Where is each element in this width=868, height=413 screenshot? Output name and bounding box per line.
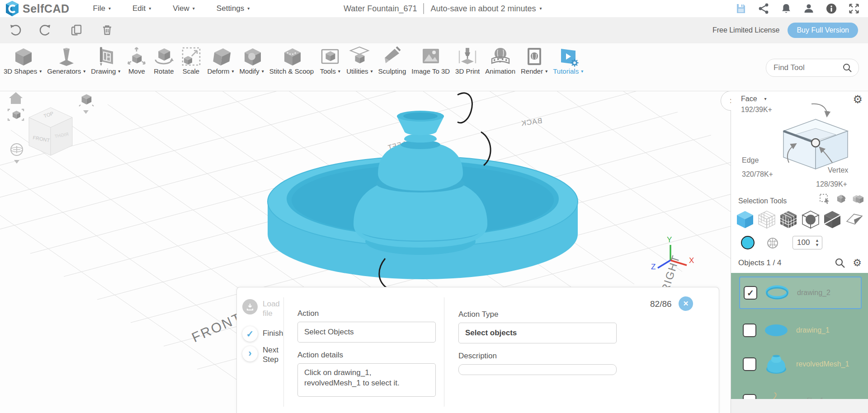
object-row-revolvedmesh-1[interactable]: revolvedMesh_1 <box>739 350 862 378</box>
save-icon[interactable] <box>735 3 747 14</box>
action-value-box[interactable]: Select Objects <box>297 322 436 343</box>
home-view-icon[interactable] <box>9 92 23 104</box>
menu-edit[interactable]: Edit ▾ <box>132 4 151 13</box>
vertex-count: 128/39K+ <box>816 180 847 188</box>
menu-settings[interactable]: Settings ▾ <box>217 4 250 13</box>
select-split-mode-icon[interactable] <box>822 210 843 230</box>
select-faces-mode-icon[interactable] <box>778 210 799 230</box>
fit-view-icon[interactable] <box>8 109 24 120</box>
tool-stitch-scoop[interactable]: Stitch & Scoop <box>267 46 316 75</box>
tool-image-to-3d[interactable]: Image To 3D <box>409 46 453 75</box>
top-bar: SelfCAD File ▾ Edit ▾ View ▾ Settings ▾ … <box>0 0 868 17</box>
selection-mode-dropdown[interactable]: Face ▾ <box>741 95 767 103</box>
tool-3d-shapes[interactable]: 3D Shapes▾ <box>1 46 44 75</box>
object-checkbox[interactable] <box>743 324 756 337</box>
caret-icon: ▾ <box>371 69 373 74</box>
multi-cube-select-icon[interactable] <box>852 193 863 204</box>
tool-3d-print[interactable]: 3D Print <box>453 46 482 75</box>
caret-icon: ▾ <box>83 69 85 74</box>
selection-color-swatch[interactable] <box>741 236 755 249</box>
share-icon[interactable] <box>758 3 769 14</box>
autosave-dropdown[interactable]: Auto-save in about 2 minutes ▾ <box>430 4 542 14</box>
delete-trash-icon[interactable] <box>100 23 114 37</box>
object-name: drawing_1 <box>796 326 830 334</box>
tool-generators[interactable]: Generators▾ <box>44 46 88 75</box>
top-right-icons <box>735 3 860 14</box>
menu-view[interactable]: View ▾ <box>173 4 195 13</box>
buy-full-version-button[interactable]: Buy Full Version <box>788 23 858 38</box>
tutorial-divider <box>444 297 444 407</box>
object-checkbox[interactable] <box>743 394 756 399</box>
selfcad-logo[interactable]: SelfCAD <box>5 0 70 17</box>
object-name: drawing_2 <box>797 289 830 297</box>
notifications-bell-icon[interactable] <box>780 3 792 14</box>
caret-icon: ▾ <box>262 69 264 74</box>
undo-icon[interactable] <box>8 23 22 37</box>
utilities-icon <box>349 46 370 67</box>
object-row-drawing-2[interactable]: ✓ drawing_2 <box>739 277 862 309</box>
tool-rotate[interactable]: Rotate <box>150 46 177 75</box>
caret-icon: ▾ <box>118 69 120 74</box>
select-sphere-mode-icon[interactable] <box>800 210 821 230</box>
marquee-select-icon[interactable] <box>819 193 831 204</box>
tool-render[interactable]: Render▾ <box>518 46 550 75</box>
brand-name: SelfCAD <box>23 2 70 15</box>
search-icon[interactable] <box>835 258 845 268</box>
object-row-drawing-1[interactable]: drawing_1 <box>739 316 862 344</box>
find-tool-input[interactable] <box>773 63 839 73</box>
objects-count-title: Objects 1 / 4 <box>738 258 781 268</box>
tool-tools[interactable]: Tools▾ <box>316 46 344 75</box>
animation-film-icon <box>490 46 511 67</box>
tool-modify[interactable]: Modify▾ <box>237 46 267 75</box>
tool-animation[interactable]: Animation <box>482 46 518 75</box>
object-checkbox[interactable]: ✓ <box>744 286 757 300</box>
paint-select-cube-icon[interactable] <box>835 193 847 204</box>
object-name: revolvedMesh_1 <box>796 360 849 368</box>
action-type-value-box[interactable]: Select objects <box>458 323 617 343</box>
history-bar: Free Limited License Buy Full Version <box>0 17 868 43</box>
document-title: Water Fountain_671 <box>344 4 417 14</box>
tool-deform[interactable]: Deform▾ <box>204 46 236 75</box>
selection-tools-mini-icons <box>819 193 863 204</box>
action-details-box[interactable]: Click on drawing_1, revolvedMesh_1 to se… <box>297 363 436 397</box>
object-checkbox[interactable] <box>743 357 756 371</box>
tool-move[interactable]: Move <box>123 46 150 75</box>
tool-drawing[interactable]: Drawing▾ <box>88 46 123 75</box>
face-count: 192/39K+ <box>741 106 772 114</box>
gear-icon[interactable]: ⚙ <box>853 258 862 268</box>
tool-tutorials[interactable]: Tutorials▾ <box>550 46 586 75</box>
tutorial-close-button[interactable]: ✕ <box>679 296 693 311</box>
info-icon[interactable] <box>826 3 837 14</box>
copy-icon[interactable] <box>70 23 83 37</box>
orbit-pan-icon[interactable] <box>11 144 23 164</box>
stepper-up-icon[interactable]: ▲ <box>815 239 819 243</box>
description-value-box[interactable] <box>458 364 617 375</box>
document-title-group: Water Fountain_671 Auto-save in about 2 … <box>344 0 542 17</box>
panel-collapse-button[interactable]: › <box>721 91 731 111</box>
stepper-down-icon[interactable]: ▼ <box>815 243 819 247</box>
axis-view-icon[interactable] <box>79 89 94 114</box>
view-cube[interactable]: TOP FRONT RIGHT <box>29 108 72 155</box>
fullscreen-icon[interactable] <box>848 3 860 14</box>
vertex-label: Vertex <box>828 166 848 174</box>
tool-sculpting[interactable]: Sculpting <box>376 46 409 75</box>
render-photo-icon <box>524 46 545 67</box>
fountain-model[interactable] <box>268 111 578 279</box>
menu-file[interactable]: File ▾ <box>93 4 111 13</box>
selection-size-stepper[interactable]: 100 ▲ ▼ <box>793 236 822 249</box>
tool-utilities[interactable]: Utilities▾ <box>344 46 375 75</box>
textured-sphere-icon[interactable] <box>766 237 779 249</box>
tool-scale[interactable]: Scale <box>177 46 204 75</box>
redo-icon[interactable] <box>39 23 52 37</box>
title-divider <box>423 3 424 14</box>
select-wireframe-mode-icon[interactable] <box>756 210 777 230</box>
find-tool-search <box>766 59 859 77</box>
search-icon[interactable] <box>842 63 852 73</box>
select-solid-mode-icon[interactable] <box>735 210 755 230</box>
caret-icon: ▾ <box>108 6 111 11</box>
object-row-profile-1[interactable]: profile_1 <box>739 387 862 399</box>
select-plane-mode-icon[interactable] <box>844 210 864 230</box>
edge-label: Edge <box>742 156 759 164</box>
user-account-icon[interactable] <box>803 3 815 14</box>
selection-size-value: 100 <box>793 238 815 247</box>
